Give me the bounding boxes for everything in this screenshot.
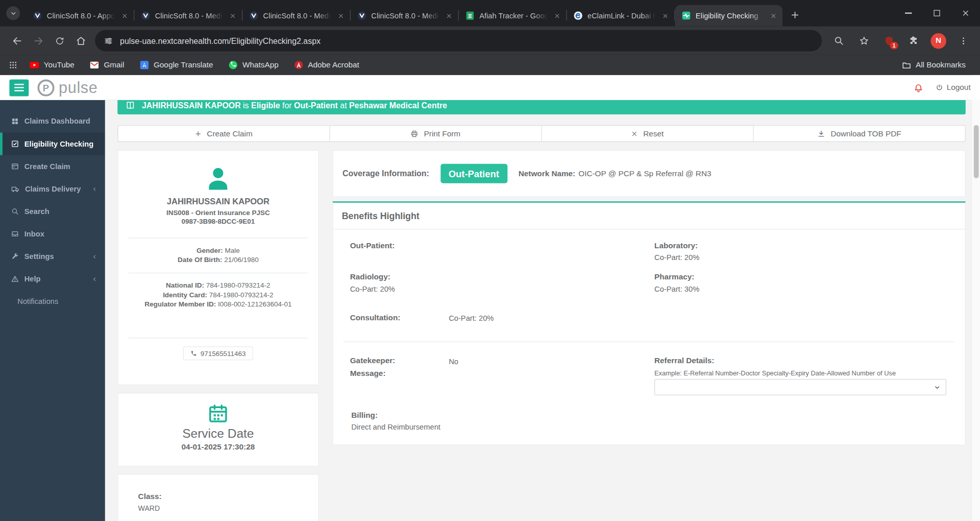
eligibility-check-icon <box>11 140 19 148</box>
pulse-brand: pulse <box>37 79 97 97</box>
search-icon <box>11 208 19 216</box>
site-info-icon[interactable] <box>104 36 113 45</box>
bookmark-gmail[interactable]: Gmail <box>84 58 130 72</box>
inbox-icon <box>11 230 19 238</box>
scrollbar-thumb[interactable] <box>974 125 979 178</box>
bookmark-star-icon[interactable] <box>853 30 874 52</box>
radiology-label: Radiology: <box>350 273 390 281</box>
service-datetime: 04-01-2025 17:30:28 <box>118 443 318 452</box>
eclaimlink-icon <box>573 11 583 21</box>
bookmark-google-translate[interactable]: Google Translate <box>134 58 219 72</box>
radiology-value: Co-Part: 20% <box>350 285 395 293</box>
referral-select[interactable] <box>654 379 946 395</box>
browser-tab[interactable]: ClinicSoft 8.0 - Medic <box>242 5 350 27</box>
patient-name: JAHIRHUSSAIN KAPOOR <box>118 197 318 206</box>
extensions-puzzle-icon[interactable] <box>903 30 924 52</box>
dashboard-icon <box>11 117 19 125</box>
adobe-acrobat-icon <box>293 60 304 70</box>
bookmarks-bar: YouTube Gmail Google Translate WhatsApp … <box>0 55 980 75</box>
pharmacy-label: Pharmacy: <box>654 273 694 281</box>
google-translate-icon <box>139 60 150 70</box>
sidebar-item-claims-dashboard[interactable]: Claims Dashboard <box>0 110 105 133</box>
x-icon <box>631 130 638 136</box>
bookmark-youtube[interactable]: YouTube <box>24 58 80 72</box>
sidebar-item-settings[interactable]: Settings <box>0 245 105 268</box>
search-zoom-icon[interactable] <box>828 30 849 52</box>
action-bar: Create Claim Print Form Reset Download T… <box>117 125 966 142</box>
tab-search-button[interactable] <box>6 6 20 20</box>
create-claim-button[interactable]: Create Claim <box>117 125 330 142</box>
clinicsoft-icon <box>357 11 367 21</box>
browser-tab[interactable]: ClinicSoft 8.0 - Medic <box>134 5 242 27</box>
clinicsoft-icon <box>141 11 151 21</box>
app-header: pulse Logout <box>0 75 980 100</box>
message-label: Message: <box>350 369 386 377</box>
sidebar-item-claims-delivery[interactable]: Claims Delivery <box>0 178 105 200</box>
sidebar-item-search[interactable]: Search <box>0 200 105 223</box>
sidebar-toggle-button[interactable] <box>9 79 29 96</box>
bookmark-adobe-acrobat[interactable]: Adobe Acrobat <box>288 58 365 72</box>
profile-avatar[interactable]: N <box>930 33 946 49</box>
browser-tab[interactable]: ClinicSoft 8.0 - Appoi <box>26 5 134 27</box>
patient-card-number: 0987-3B98-8DCC-9E01 <box>118 218 318 225</box>
browser-toolbar: pulse-uae.nextcarehealth.com/Eligibility… <box>0 26 980 55</box>
tab-close-icon[interactable] <box>552 11 562 21</box>
browser-tab-active[interactable]: Eligibility Checking <box>675 5 782 27</box>
all-bookmarks-button[interactable]: All Bookmarks <box>896 58 971 72</box>
patient-dob: Date Of Birth: 21/06/1980 <box>118 256 318 264</box>
home-button[interactable] <box>70 30 91 52</box>
extension-badge: 1 <box>890 42 898 50</box>
out-patient-label: Out-Patient: <box>350 242 395 250</box>
minimize-button[interactable] <box>894 0 922 26</box>
adblock-extension-icon[interactable]: 1 <box>878 30 899 52</box>
power-icon <box>936 84 943 91</box>
print-form-button[interactable]: Print Form <box>330 125 542 142</box>
back-button[interactable] <box>6 30 28 52</box>
browser-tab[interactable]: ClinicSoft 8.0 - Medic <box>351 5 458 27</box>
patient-national-id: National ID: 784-1980-0793214-2 <box>118 281 318 289</box>
tab-close-icon[interactable] <box>444 11 454 21</box>
clinicsoft-icon <box>33 11 43 21</box>
patient-identity-card: Identity Card: 784-1980-0793214-2 <box>118 291 318 298</box>
page-scrollbar[interactable] <box>971 75 980 521</box>
reset-button[interactable]: Reset <box>542 125 754 142</box>
close-button[interactable] <box>951 0 980 26</box>
browser-window: ClinicSoft 8.0 - Appoi ClinicSoft 8.0 - … <box>0 0 980 521</box>
browser-tab[interactable]: Afiah Tracker - Goog <box>459 5 567 27</box>
maximize-button[interactable] <box>922 0 951 26</box>
tab-close-icon[interactable] <box>660 11 670 21</box>
pulse-logo-icon <box>37 79 54 96</box>
alerts-bell-icon[interactable] <box>914 83 923 92</box>
chevron-left-icon <box>92 254 97 259</box>
sidebar-item-inbox[interactable]: Inbox <box>0 223 105 245</box>
toolbar-right: 1 N <box>828 30 973 52</box>
logout-button[interactable]: Logout <box>936 83 971 92</box>
download-tob-pdf-button[interactable]: Download TOB PDF <box>754 125 966 142</box>
browser-tab[interactable]: eClaimLink - Dubai H <box>567 5 675 27</box>
forward-button[interactable] <box>28 30 49 52</box>
phone-icon <box>190 350 197 357</box>
address-bar[interactable]: pulse-uae.nextcarehealth.com/Eligibility… <box>95 30 822 52</box>
tab-close-icon[interactable] <box>119 11 130 21</box>
laboratory-value: Co-Part: 20% <box>654 253 699 262</box>
sidebar-item-help[interactable]: Help <box>0 268 105 290</box>
network-name-value: OIC-OP @ PCP & Sp Referral @ RN3 <box>578 169 711 178</box>
browser-menu-kebab-icon[interactable] <box>952 30 974 52</box>
tab-close-icon[interactable] <box>768 11 778 21</box>
class-label: Class: <box>138 492 318 501</box>
new-tab-button[interactable] <box>786 6 803 23</box>
tab-close-icon[interactable] <box>228 11 238 21</box>
laboratory-label: Laboratory: <box>654 242 698 250</box>
sidebar-item-create-claim[interactable]: Create Claim <box>0 155 105 178</box>
gatekeeper-value: No <box>449 357 458 366</box>
bookmark-whatsapp[interactable]: WhatsApp <box>223 58 284 72</box>
tab-close-icon[interactable] <box>336 11 346 21</box>
warning-icon <box>11 275 19 283</box>
consultation-label: Consultation: <box>350 313 401 322</box>
benefits-highlight-card: Benefits Highlight Out-Patient: Laborato… <box>332 201 965 445</box>
sidebar-item-eligibility-checking[interactable]: Eligibility Checking <box>0 133 105 155</box>
sidebar-item-notifications[interactable]: Notifications <box>0 290 105 313</box>
tab-title: Eligibility Checking <box>696 11 764 20</box>
apps-grid-icon[interactable] <box>9 61 17 69</box>
reload-button[interactable] <box>49 30 70 52</box>
